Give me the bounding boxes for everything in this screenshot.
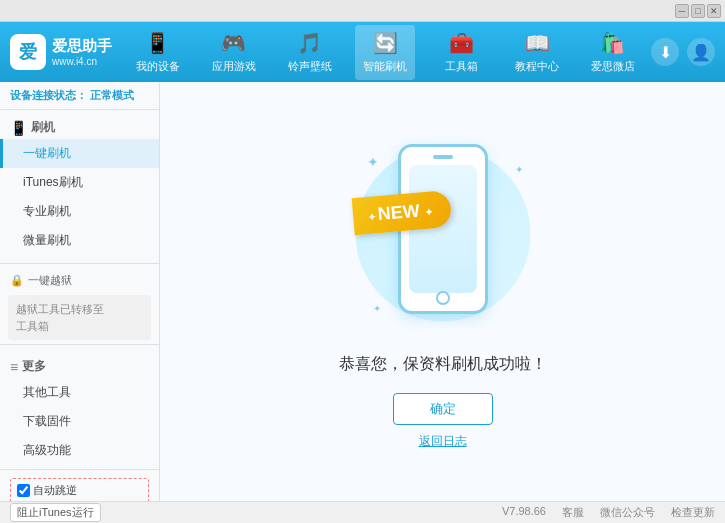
back-link[interactable]: 返回日志 [419,433,467,450]
sidebar-item-other-tools[interactable]: 其他工具 [0,378,159,407]
phone-speaker [433,155,453,159]
nav-tutorial-label: 教程中心 [515,59,559,74]
nav-device-icon: 📱 [145,31,170,55]
sidebar: 设备连接状态： 正常模式 📱 刷机 一键刷机 iTunes刷机 专业刷机 微量刷… [0,82,160,501]
maximize-button[interactable]: □ [691,4,705,18]
itunes-flash-label: iTunes刷机 [23,175,83,189]
logo-icon: 爱 [10,34,46,70]
sidebar-item-one-click-flash[interactable]: 一键刷机 [0,139,159,168]
nav-items: 📱 我的设备 🎮 应用游戏 🎵 铃声壁纸 🔄 智能刷机 🧰 工具箱 📖 教程中心… [120,25,651,80]
jailbreak-notice-line1: 越狱工具已转移至 [16,303,104,315]
nav-my-device[interactable]: 📱 我的设备 [128,25,188,80]
sidebar-item-advanced[interactable]: 高级功能 [0,436,159,465]
sidebar-item-download-firmware[interactable]: 下载固件 [0,407,159,436]
sidebar-item-data-flash[interactable]: 微量刷机 [0,226,159,255]
wechat-link[interactable]: 微信公众号 [600,505,655,520]
divider-1 [0,263,159,264]
minimize-button[interactable]: ─ [675,4,689,18]
more-group-label: 更多 [22,358,46,375]
version-label: V7.98.66 [502,505,546,520]
download-button[interactable]: ⬇ [651,38,679,66]
logo-sub: www.i4.cn [52,55,112,68]
nav-device-label: 我的设备 [136,59,180,74]
more-group-header: ≡ 更多 [0,353,159,378]
flash-group-icon: 📱 [10,120,27,136]
user-button[interactable]: 👤 [687,38,715,66]
divider-2 [0,344,159,345]
more-group: ≡ 更多 其他工具 下载固件 高级功能 [0,349,159,469]
content-area: NEW ✦ ✦ ✦ 恭喜您，保资料刷机成功啦！ 确定 返回日志 [160,82,725,501]
jailbreak-notice: 越狱工具已转移至 工具箱 [8,295,151,340]
customer-service-link[interactable]: 客服 [562,505,584,520]
lock-icon: 🔒 [10,274,24,287]
flash-group: 📱 刷机 一键刷机 iTunes刷机 专业刷机 微量刷机 [0,110,159,259]
data-flash-label: 微量刷机 [23,233,71,247]
nav-flash-icon: 🔄 [373,31,398,55]
auto-jump-label: 自动跳逆 [33,483,77,498]
phone-illustration: NEW ✦ ✦ ✦ [353,134,533,334]
flash-group-header: 📱 刷机 [0,114,159,139]
star-bottom-left: ✦ [373,303,381,314]
nav-ringtone-label: 铃声壁纸 [288,59,332,74]
nav-toolbox[interactable]: 🧰 工具箱 [431,25,491,80]
nav-apps-games[interactable]: 🎮 应用游戏 [204,25,264,80]
connection-status: 设备连接状态： 正常模式 [0,82,159,110]
pro-flash-label: 专业刷机 [23,204,71,218]
auto-jump-input[interactable] [17,484,30,497]
nav-toolbox-icon: 🧰 [449,31,474,55]
jailbreak-notice-line2: 工具箱 [16,320,49,332]
new-badge-text: NEW [376,200,420,224]
top-nav: 爱 爱思助手 www.i4.cn 📱 我的设备 🎮 应用游戏 🎵 铃声壁纸 🔄 … [0,22,725,82]
auto-jump-checkbox[interactable]: 自动跳逆 [17,483,77,498]
nav-ringtone[interactable]: 🎵 铃声壁纸 [280,25,340,80]
confirm-button[interactable]: 确定 [393,393,493,425]
nav-apps-icon: 🎮 [221,31,246,55]
phone-home [436,291,450,305]
nav-smart-flash[interactable]: 🔄 智能刷机 [355,25,415,80]
logo: 爱 爱思助手 www.i4.cn [10,34,120,70]
one-click-flash-label: 一键刷机 [23,146,71,160]
nav-tutorial[interactable]: 📖 教程中心 [507,25,567,80]
stop-itunes-button[interactable]: 阻止iTunes运行 [10,503,101,522]
close-button[interactable]: ✕ [707,4,721,18]
nav-apps-label: 应用游戏 [212,59,256,74]
nav-right: ⬇ 👤 [651,38,715,66]
check-update-link[interactable]: 检查更新 [671,505,715,520]
success-text: 恭喜您，保资料刷机成功啦！ [339,354,547,375]
download-firmware-label: 下载固件 [23,414,71,428]
logo-text: 爱思助手 www.i4.cn [52,36,112,69]
device-checkboxes: 自动跳逆 跳过向导 [10,478,149,501]
nav-weidian-label: 爱思微店 [591,59,635,74]
star-top-left: ✦ [367,154,379,170]
more-group-icon: ≡ [10,359,18,375]
nav-flash-label: 智能刷机 [363,59,407,74]
nav-weidian[interactable]: 🛍️ 爱思微店 [583,25,643,80]
nav-weidian-icon: 🛍️ [600,31,625,55]
nav-toolbox-label: 工具箱 [445,59,478,74]
status-left: 阻止iTunes运行 [10,503,101,522]
status-right: V7.98.66 客服 微信公众号 检查更新 [502,505,715,520]
nav-ringtone-icon: 🎵 [297,31,322,55]
jailbreak-group-header: 🔒 一键越狱 [0,268,159,291]
window-controls[interactable]: ─ □ ✕ [675,4,721,18]
advanced-label: 高级功能 [23,443,71,457]
status-bar: 阻止iTunes运行 V7.98.66 客服 微信公众号 检查更新 [0,501,725,523]
other-tools-label: 其他工具 [23,385,71,399]
nav-tutorial-icon: 📖 [525,31,550,55]
main-area: 设备连接状态： 正常模式 📱 刷机 一键刷机 iTunes刷机 专业刷机 微量刷… [0,82,725,501]
star-top-right: ✦ [515,164,523,175]
jailbreak-group-label: 一键越狱 [28,273,72,288]
logo-main: 爱思助手 [52,36,112,56]
connection-value: 正常模式 [90,89,134,101]
sidebar-item-pro-flash[interactable]: 专业刷机 [0,197,159,226]
sidebar-bottom: 自动跳逆 跳过向导 📱 iPhone 12 mini 64GB Down-12m… [0,469,159,501]
flash-group-label: 刷机 [31,119,55,136]
title-bar: ─ □ ✕ [0,0,725,22]
sidebar-item-itunes-flash[interactable]: iTunes刷机 [0,168,159,197]
connection-label: 设备连接状态： [10,89,87,101]
